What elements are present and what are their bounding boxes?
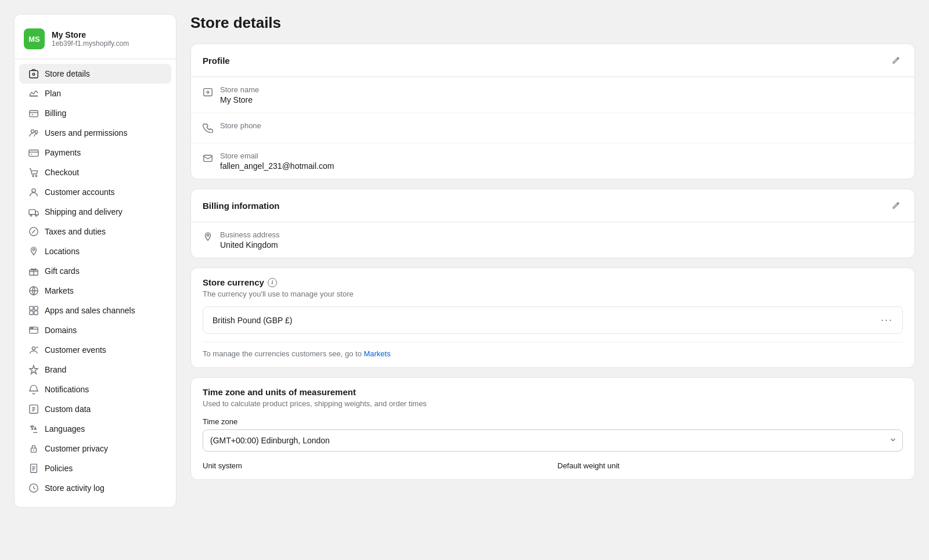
svg-point-5	[35, 131, 38, 133]
timezone-select[interactable]: (GMT+00:00) Edinburgh, London	[203, 429, 903, 451]
sidebar-item-customer-accounts[interactable]: Customer accounts	[19, 182, 171, 202]
store-email-content: Store email fallen_angel_231@hotmail.com	[220, 151, 334, 171]
shipping-icon	[28, 207, 39, 217]
currency-options-button[interactable]: ···	[881, 314, 893, 326]
svg-rect-6	[29, 150, 38, 157]
business-address-row: Business address United Kingdom	[191, 222, 914, 258]
billing-icon	[28, 108, 39, 118]
sidebar-item-label: Plan	[45, 89, 61, 98]
currency-subtitle: The currency you'll use to manage your s…	[203, 290, 903, 298]
sidebar-item-customer-privacy[interactable]: Customer privacy	[19, 439, 171, 458]
domains-icon	[28, 325, 39, 335]
profile-section-header: Profile	[191, 44, 914, 77]
sidebar-item-taxes-duties[interactable]: Taxes and duties	[19, 222, 171, 241]
billing-info-title: Billing information	[203, 201, 280, 211]
sidebar-item-label: Store activity log	[45, 483, 105, 493]
store-name-content: Store name My Store	[220, 85, 259, 104]
sidebar-item-label: Custom data	[45, 404, 91, 414]
timezone-section-title: Time zone and units of measurement	[203, 387, 903, 397]
svg-rect-10	[29, 209, 35, 214]
sidebar-item-plan[interactable]: Plan	[19, 84, 171, 103]
timezone-subtitle: Used to calculate product prices, shippi…	[203, 399, 903, 408]
unit-system-label: Unit system	[203, 461, 242, 470]
sidebar-item-label: Checkout	[45, 168, 79, 177]
svg-rect-20	[34, 311, 38, 315]
payments-icon	[28, 147, 39, 158]
sidebar-item-billing[interactable]: Billing	[19, 103, 171, 123]
default-weight-label: Default weight unit	[557, 461, 620, 470]
svg-point-33	[207, 234, 209, 237]
notifications-icon	[28, 384, 39, 395]
sidebar-item-markets[interactable]: Markets	[19, 281, 171, 301]
sidebar-item-brand[interactable]: Brand	[19, 360, 171, 380]
sidebar-item-label: Domains	[45, 326, 77, 335]
billing-info-header: Billing information	[191, 189, 914, 222]
sidebar-item-store-activity-log[interactable]: Store activity log	[19, 478, 171, 498]
sidebar-item-locations[interactable]: Locations	[19, 241, 171, 261]
store-header: MS My Store 1eb39f-f1.myshopify.com	[15, 24, 176, 59]
sidebar-item-label: Locations	[45, 247, 80, 256]
currency-card: Store currency i The currency you'll use…	[190, 268, 915, 368]
sidebar-item-store-details[interactable]: Store details	[19, 64, 171, 84]
customer-events-icon	[28, 345, 39, 355]
sidebar-item-label: Users and permissions	[45, 128, 127, 138]
store-phone-icon	[203, 122, 213, 135]
store-info: My Store 1eb39f-f1.myshopify.com	[52, 30, 129, 48]
store-phone-label: Store phone	[220, 121, 261, 130]
markets-link[interactable]: Markets	[363, 349, 390, 358]
business-address-content: Business address United Kingdom	[220, 230, 280, 250]
store-name: My Store	[52, 30, 129, 39]
svg-point-12	[35, 215, 37, 216]
sidebar-item-policies[interactable]: Policies	[19, 458, 171, 478]
svg-point-7	[33, 175, 34, 176]
sidebar-item-label: Notifications	[45, 385, 89, 394]
sidebar-item-notifications[interactable]: Notifications	[19, 380, 171, 399]
svg-point-8	[35, 175, 37, 176]
svg-rect-30	[204, 89, 212, 96]
svg-point-4	[31, 130, 34, 133]
currency-footer-text: To manage the currencies customers see, …	[203, 349, 363, 358]
sidebar-item-apps-sales-channels[interactable]: Apps and sales channels	[19, 301, 171, 320]
profile-card: Profile Store name My Sto	[190, 44, 915, 179]
profile-title: Profile	[203, 56, 230, 66]
store-name-icon	[203, 86, 213, 99]
customer-accounts-icon	[28, 187, 39, 197]
sidebar-item-label: Apps and sales channels	[45, 306, 135, 315]
store-phone-row: Store phone	[191, 113, 914, 143]
svg-rect-32	[204, 156, 212, 162]
sidebar-item-payments[interactable]: Payments	[19, 143, 171, 162]
checkout-icon	[28, 167, 39, 178]
store-url: 1eb39f-f1.myshopify.com	[52, 39, 129, 48]
sidebar-item-users-permissions[interactable]: Users and permissions	[19, 123, 171, 143]
nav-list: Store details Plan	[15, 64, 176, 498]
svg-point-11	[30, 215, 32, 216]
sidebar-item-languages[interactable]: Languages	[19, 419, 171, 439]
store-email-label: Store email	[220, 151, 334, 160]
currency-section-title: Store currency i	[203, 277, 903, 287]
billing-info-edit-button[interactable]	[889, 198, 903, 212]
sidebar-item-domains[interactable]: Domains	[19, 320, 171, 340]
sidebar-item-gift-cards[interactable]: Gift cards	[19, 261, 171, 281]
sidebar-item-customer-events[interactable]: Customer events	[19, 340, 171, 360]
currency-info-icon: i	[268, 278, 277, 287]
sidebar-item-label: Customer accounts	[45, 187, 115, 197]
sidebar-item-custom-data[interactable]: Custom data	[19, 399, 171, 419]
page-title: Store details	[190, 14, 915, 32]
svg-point-9	[32, 189, 35, 192]
sidebar-item-label: Billing	[45, 109, 66, 118]
svg-point-23	[32, 328, 33, 328]
svg-point-31	[207, 91, 209, 93]
business-address-value: United Kingdom	[220, 240, 280, 250]
store-email-value: fallen_angel_231@hotmail.com	[220, 161, 334, 171]
svg-rect-19	[30, 311, 33, 315]
currency-row: British Pound (GBP £) ···	[203, 306, 903, 334]
sidebar-item-checkout[interactable]: Checkout	[19, 162, 171, 182]
sidebar-item-label: Shipping and delivery	[45, 207, 123, 216]
store-details-icon	[28, 68, 39, 79]
sidebar-item-label: Brand	[45, 365, 66, 374]
sidebar-item-shipping-delivery[interactable]: Shipping and delivery	[19, 202, 171, 222]
sidebar-item-label: Taxes and duties	[45, 227, 106, 236]
sidebar: MS My Store 1eb39f-f1.myshopify.com Stor…	[14, 14, 177, 508]
unit-row: Unit system Default weight unit	[203, 461, 903, 470]
profile-edit-button[interactable]	[889, 53, 903, 67]
